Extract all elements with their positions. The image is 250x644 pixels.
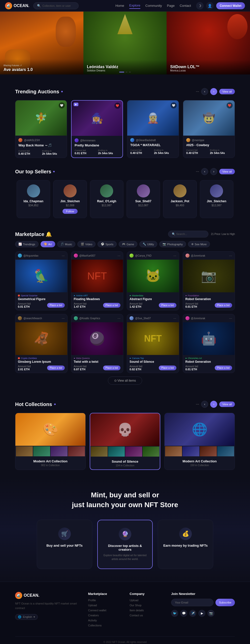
search-bar[interactable]: 🔍 Collection, item or user <box>33 2 79 9</box>
filter-art[interactable]: 🎨 Art <box>41 241 55 247</box>
col-sub-img-2-3 <box>125 447 142 457</box>
mp-menu-7[interactable]: ··· <box>173 316 176 320</box>
heart-btn-3[interactable]: 🤍 <box>171 102 177 108</box>
trending-next[interactable]: › <box>210 88 217 95</box>
bid-btn-4[interactable]: Place a bid <box>215 303 232 308</box>
hero-slide-3[interactable]: SitDown LOL™ Monica.Lucas <box>167 12 250 74</box>
mp-price-1: 0.01 ETH <box>18 305 31 308</box>
nav-contact[interactable]: Contact <box>180 3 191 9</box>
user-avatar[interactable]: 👤 <box>206 2 214 10</box>
footer-link-collections[interactable]: Collections <box>88 624 120 627</box>
marketplace-sort[interactable]: 21 Price: Low to High <box>211 233 235 235</box>
social-telegram[interactable]: ✈️ <box>189 610 196 617</box>
social-twitter[interactable]: 🐦 <box>171 610 178 617</box>
footer-company-link-1[interactable]: Upload <box>130 599 161 602</box>
filter-trendings[interactable]: 📈 Trendings <box>15 241 39 247</box>
mp-menu-1[interactable]: ··· <box>62 254 65 258</box>
mint-card-2: 🔮 Discover top artists & creators Explor… <box>97 520 153 569</box>
social-instagram[interactable]: 📷 <box>207 610 214 617</box>
sellers-more[interactable]: ··· <box>196 169 199 174</box>
nav-community[interactable]: Community <box>145 3 162 9</box>
footer-language[interactable]: 🌐 English ▾ <box>15 614 38 620</box>
collection-card-2[interactable]: 💀 Sound of Silence 104 in Collection <box>90 413 160 470</box>
mp-img-8: 🤖 <box>183 322 235 355</box>
follow-button-2[interactable]: Follow <box>62 209 78 214</box>
footer-company-link-3[interactable]: Item details <box>130 609 161 612</box>
collections-view-all[interactable]: View all <box>219 401 235 407</box>
hero-2-title: Leónidas Valdéz <box>87 65 163 69</box>
nav-home[interactable]: Home <box>115 3 124 9</box>
hero-dot-3[interactable] <box>129 72 131 72</box>
bid-btn-1[interactable]: Place a bid <box>47 303 65 308</box>
mp-menu-4[interactable]: ··· <box>229 254 232 258</box>
filter-game[interactable]: 🎮 Game <box>119 241 137 247</box>
hero-dot-2[interactable] <box>126 72 128 72</box>
footer-company-link-4[interactable]: Contact us <box>130 614 161 617</box>
footer-link-profile[interactable]: Profile <box>88 599 120 602</box>
nav-explore[interactable]: Explore <box>129 3 140 9</box>
marketplace-search[interactable]: 🔍 Search... <box>168 231 208 237</box>
seller-card-2: Jim_Steichen $2,008 Follow <box>53 180 87 218</box>
collections-prev[interactable]: ‹ <box>201 401 208 408</box>
footer-link-creators[interactable]: Creators <box>88 614 120 617</box>
filter-sports[interactable]: ⚽ Sports <box>98 241 117 247</box>
top-sellers-section: Our top Sellers ··· ‹ › View all Ida_Cha… <box>0 166 250 226</box>
footer-company-link-2[interactable]: Our Shop <box>130 604 161 607</box>
filter-see-more[interactable]: ⊕ See More <box>188 241 210 247</box>
trending-title: Trending Auctions <box>15 89 59 95</box>
col-sub-img-1-3 <box>51 446 68 456</box>
mp-menu-3[interactable]: ··· <box>173 254 176 258</box>
filter-photography[interactable]: 📷 Photography <box>159 241 186 247</box>
footer-link-connect[interactable]: Connect wallet <box>88 609 120 612</box>
view-all-items-button[interactable]: ⊙ View all items <box>108 377 142 385</box>
footer-company-col: Company Upload Our Shop Item details Con… <box>130 592 161 629</box>
collections-more[interactable]: ··· <box>196 402 199 407</box>
bid-btn-7[interactable]: Place a bid <box>159 366 176 370</box>
site-logo[interactable]: 🌊 OCEAN. <box>5 2 29 9</box>
footer-email-input[interactable] <box>171 599 213 606</box>
theme-toggle[interactable]: ☽ <box>196 2 204 10</box>
social-discord[interactable]: 💬 <box>180 610 187 617</box>
collection-card-3[interactable]: 🌐 Modern Art Collection 150 in Collectio… <box>164 413 235 470</box>
heart-btn-4[interactable]: ❤️ <box>227 102 233 108</box>
mp-menu-8[interactable]: ··· <box>229 316 232 320</box>
mp-menu-2[interactable]: ··· <box>117 254 120 258</box>
col-sub-img-3-4 <box>217 446 234 456</box>
seller-name-3: Ravi_O'Leigh <box>94 199 119 203</box>
seller-amount-6: $12,087 <box>204 204 229 207</box>
mint-icon-3: 💰 <box>179 528 192 540</box>
sellers-view-all[interactable]: View all <box>219 169 235 174</box>
bid-btn-2[interactable]: Place a bid <box>103 303 120 308</box>
auction-card-3: 🧝 🤍 @GleanBackdraft TGOA * MATARAEL Curr… <box>127 100 179 158</box>
footer-link-activity[interactable]: Activity <box>88 619 120 622</box>
heart-btn-2[interactable]: ❤️ <box>114 103 120 109</box>
footer-link-upload[interactable]: Upload <box>88 604 120 607</box>
trending-prev[interactable]: ‹ <box>201 88 208 95</box>
bid-btn-6[interactable]: Place a bid <box>103 366 120 370</box>
hero-dot-1[interactable] <box>119 72 124 72</box>
bid-btn-5[interactable]: Place a bid <box>47 366 65 370</box>
collections-next[interactable]: › <box>210 401 217 408</box>
hero-slide-1[interactable]: Blazing Futures ↗ Ave avatars 1.0 <box>0 12 83 74</box>
mint-cards: 🛒 Buy and sell your NFTs 🔮 Discover top … <box>37 520 213 569</box>
filter-video[interactable]: 🎬 Video <box>77 241 96 247</box>
heart-btn-1[interactable]: 🤍 <box>59 102 65 108</box>
bid-btn-3[interactable]: Place a bid <box>159 303 176 308</box>
collection-card-1[interactable]: 🎨 Modern Art Collection 902 in Collectio… <box>15 413 86 470</box>
nav-page[interactable]: Page <box>167 3 175 9</box>
filter-music[interactable]: 🎵 Music <box>57 241 76 247</box>
filter-utility[interactable]: 🔧 Utility <box>139 241 157 247</box>
mp-img-6: 🎱 <box>71 322 123 355</box>
hero-slide-2[interactable]: Leónidas Valdéz Solstice Dreams <box>83 12 167 74</box>
subscribe-button[interactable]: Subscribe <box>215 599 235 606</box>
mp-menu-6[interactable]: ··· <box>117 316 120 320</box>
mp-menu-5[interactable]: ··· <box>62 316 65 320</box>
sellers-next[interactable]: › <box>210 168 217 175</box>
bid-btn-8[interactable]: Place a bid <box>215 366 232 370</box>
mp-title-5: Ginsberg Lorem Ipsum <box>18 360 65 364</box>
trending-more[interactable]: ··· <box>196 89 199 94</box>
social-youtube[interactable]: ▶ <box>198 610 205 617</box>
sellers-prev[interactable]: ‹ <box>201 168 208 175</box>
connect-wallet-button[interactable]: Connect Wallet <box>216 2 245 9</box>
trending-view-all[interactable]: View all <box>219 89 235 94</box>
